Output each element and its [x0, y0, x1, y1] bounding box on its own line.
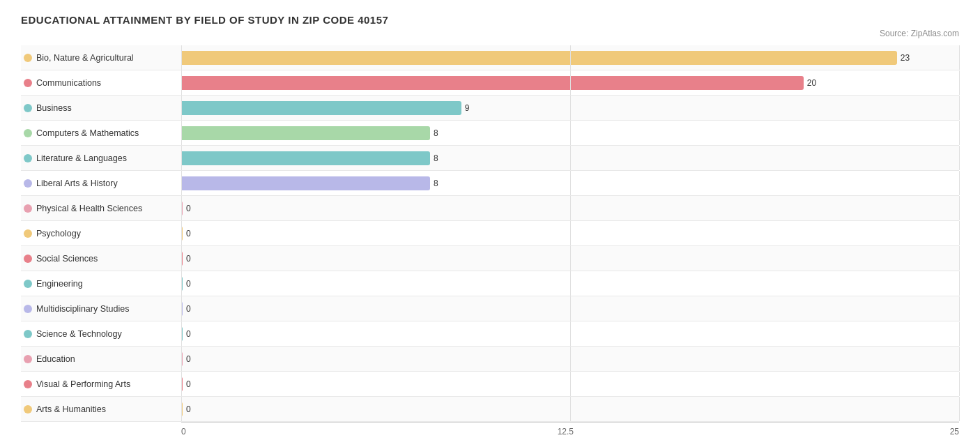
bar-value-label: 0 [186, 404, 191, 414]
bar-dot [24, 204, 32, 213]
bar-label: Bio, Nature & Agricultural [21, 53, 181, 63]
bar-fill [181, 352, 183, 366]
bar-dot [24, 79, 32, 87]
bar-label-text: Science & Technology [36, 329, 122, 339]
bar-label-text: Business [36, 103, 72, 113]
bar-fill [181, 327, 183, 341]
bar-label-text: Social Sciences [36, 254, 98, 264]
bar-fill [181, 126, 430, 140]
bar-fill [181, 202, 183, 215]
bar-dot [24, 179, 32, 188]
bar-row: Arts & Humanities0 [21, 397, 959, 422]
bar-fill [181, 176, 430, 190]
bar-wrapper: 0 [181, 347, 959, 371]
bar-label-text: Visual & Performing Arts [36, 379, 130, 389]
bar-label: Visual & Performing Arts [21, 379, 181, 389]
bar-row: Business9 [21, 96, 959, 121]
bar-fill [181, 151, 430, 165]
bar-dot [24, 255, 32, 263]
bar-value-label: 9 [465, 103, 470, 113]
bar-dot [24, 330, 32, 338]
bar-dot [24, 405, 32, 414]
bar-dot [24, 229, 32, 238]
x-axis-label-end: 25 [950, 427, 959, 437]
bar-dot [24, 129, 32, 137]
bar-label-text: Psychology [36, 229, 81, 238]
bar-label-text: Physical & Health Sciences [36, 204, 142, 213]
bar-row: Engineering0 [21, 271, 959, 296]
bar-wrapper: 0 [181, 296, 959, 321]
bar-wrapper: 9 [181, 96, 959, 120]
bar-row: Physical & Health Sciences0 [21, 196, 959, 221]
bar-row: Multidisciplinary Studies0 [21, 296, 959, 321]
bar-label: Computers & Mathematics [21, 128, 181, 138]
bar-fill [181, 227, 183, 241]
bar-row: Science & Technology0 [21, 321, 959, 347]
bar-label: Engineering [21, 279, 181, 289]
bar-row: Communications20 [21, 70, 959, 96]
bar-wrapper: 0 [181, 397, 959, 421]
bar-row: Psychology0 [21, 221, 959, 246]
bar-fill [181, 277, 183, 291]
bar-fill [181, 252, 183, 266]
bar-fill [181, 101, 461, 115]
bar-wrapper: 0 [181, 321, 959, 346]
page-title: EDUCATIONAL ATTAINMENT BY FIELD OF STUDY… [21, 14, 959, 26]
bar-value-label: 8 [434, 179, 438, 188]
bar-label: Communications [21, 78, 181, 88]
bar-row: Social Sciences0 [21, 246, 959, 271]
bar-value-label: 8 [434, 153, 438, 163]
bar-label: Psychology [21, 229, 181, 238]
bar-fill [181, 302, 183, 316]
bar-value-label: 0 [186, 229, 191, 238]
bar-wrapper: 0 [181, 372, 959, 396]
bar-wrapper: 8 [181, 121, 959, 145]
bar-dot [24, 305, 32, 313]
bar-value-label: 0 [186, 204, 191, 213]
x-axis-label-mid: 12.5 [181, 427, 950, 437]
bar-label: Education [21, 354, 181, 364]
bar-label-text: Education [36, 354, 75, 364]
bar-label: Arts & Humanities [21, 404, 181, 414]
bar-label: Physical & Health Sciences [21, 204, 181, 213]
bar-value-label: 8 [434, 128, 438, 138]
bar-row: Visual & Performing Arts0 [21, 372, 959, 397]
bar-label: Business [21, 103, 181, 113]
bar-dot [24, 355, 32, 363]
bar-row: Education0 [21, 347, 959, 372]
bar-wrapper: 8 [181, 171, 959, 195]
bar-row: Literature & Languages8 [21, 146, 959, 171]
bar-label: Social Sciences [21, 254, 181, 264]
bar-wrapper: 0 [181, 271, 959, 296]
bar-label: Multidisciplinary Studies [21, 304, 181, 314]
x-axis: 012.525 [181, 422, 959, 437]
bar-row: Liberal Arts & History8 [21, 171, 959, 196]
bar-value-label: 0 [186, 354, 191, 364]
bar-value-label: 0 [186, 279, 191, 289]
bar-fill [181, 402, 183, 416]
bar-wrapper: 23 [181, 45, 959, 70]
bar-value-label: 0 [186, 379, 191, 389]
bar-value-label: 0 [186, 304, 191, 314]
bar-wrapper: 0 [181, 221, 959, 245]
bar-fill [181, 377, 183, 391]
bar-dot [24, 380, 32, 388]
bar-label: Liberal Arts & History [21, 179, 181, 188]
bar-fill [181, 51, 897, 65]
bar-row: Bio, Nature & Agricultural23 [21, 45, 959, 70]
x-axis-labels: 012.525 [181, 427, 959, 437]
source-label: Source: ZipAtlas.com [21, 29, 959, 38]
chart-area: Bio, Nature & Agricultural23Communicatio… [21, 45, 959, 422]
bar-label-text: Arts & Humanities [36, 404, 106, 414]
bar-label-text: Liberal Arts & History [36, 179, 118, 188]
bar-wrapper: 0 [181, 246, 959, 271]
bar-fill [181, 76, 804, 90]
bar-label-text: Engineering [36, 279, 83, 289]
bar-label-text: Multidisciplinary Studies [36, 304, 129, 314]
bar-dot [24, 154, 32, 162]
bar-label-text: Communications [36, 78, 101, 88]
bar-label-text: Literature & Languages [36, 153, 127, 163]
bar-dot [24, 104, 32, 112]
bar-value-label: 0 [186, 329, 191, 339]
bar-dot [24, 280, 32, 288]
